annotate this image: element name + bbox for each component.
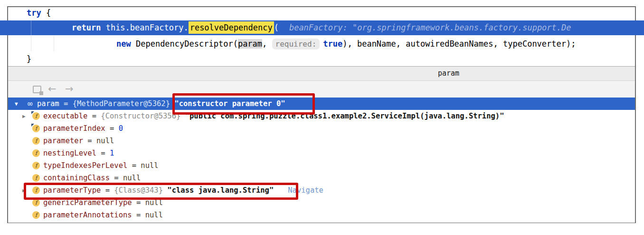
popup-header: param [8, 67, 635, 81]
code-keyword-token: try [27, 8, 41, 18]
code-token: this.beanFactory. [101, 23, 188, 32]
primitive-value: 1 [110, 149, 114, 157]
code-token: { [41, 8, 51, 18]
expand-arrow-icon[interactable]: ▶ [22, 113, 32, 119]
equals-separator: = [83, 137, 96, 145]
primitive-value: null [141, 161, 158, 170]
tree-row-parameterAnnotations[interactable]: fparameterAnnotations = null [8, 209, 635, 221]
field-icon: f [32, 112, 40, 120]
annotation-box-constructor-parameter [172, 93, 315, 115]
equals-separator: = [59, 99, 73, 108]
tree-row-nestingLevel[interactable]: fnestingLevel = 1 [8, 147, 635, 159]
watch-icon: ∞ [25, 99, 36, 108]
evaluated-token: param [238, 39, 262, 49]
equals-separator: = [105, 124, 119, 133]
tree-row-parameterNameDiscoverer[interactable]: fparameterNameDiscoverer = null [8, 221, 635, 223]
code-keyword-token: new [116, 39, 131, 49]
inspect-icon[interactable] [33, 86, 41, 93]
screenshot-root: try {return this.beanFactory.resolveDepe… [0, 0, 644, 235]
highlighted-method-token: resolveDependency [189, 21, 274, 34]
code-token: ), beanName, autowiredBeanNames, typeCon… [342, 39, 576, 49]
variable-name: parameterIndex [43, 124, 105, 133]
field-icon: f [32, 174, 40, 182]
code-keyword-token: true [323, 39, 342, 49]
forward-arrow-icon[interactable]: → [65, 82, 74, 97]
code-token: } [27, 54, 31, 64]
code-token: DependencyDescriptor( [131, 39, 238, 49]
variables-tree: ▼∞param = {MethodParameter@5362} "constr… [8, 98, 635, 223]
code-line[interactable]: new DependencyDescriptor(param, required… [116, 37, 576, 51]
field-icon: f [32, 125, 40, 132]
popup-toolbar: ← → [8, 81, 635, 98]
object-type-ref: {MethodParameter@5362} [73, 99, 175, 108]
field-icon: f [32, 199, 40, 206]
execution-line-highlight: return this.beanFactory.resolveDependenc… [0, 20, 644, 35]
variable-name: executable [43, 112, 87, 120]
inline-parameter-hint: beanFactory: "org.springframework.beans.… [289, 23, 571, 32]
equals-separator: = [132, 211, 145, 219]
annotation-box-parameter-type [24, 183, 298, 200]
code-line[interactable]: try { [27, 6, 51, 20]
field-icon: f [32, 149, 40, 157]
expand-arrow-icon[interactable]: ▼ [15, 101, 25, 107]
code-token: ( [274, 23, 279, 32]
field-icon: f [32, 211, 40, 219]
code-editor: try {return this.beanFactory.resolveDepe… [0, 0, 644, 66]
tree-row-param[interactable]: ▼∞param = {MethodParameter@5362} "constr… [8, 98, 635, 110]
tree-row-parameterIndex[interactable]: fparameterIndex = 0 [8, 122, 635, 135]
equals-separator: = [96, 149, 110, 157]
variable-name: typeIndexesPerLevel [43, 161, 127, 170]
equals-separator: = [110, 174, 123, 182]
variable-name: containingClass [43, 174, 110, 182]
tree-row-typeIndexesPerLevel[interactable]: ftypeIndexesPerLevel = null [8, 159, 635, 172]
variable-name: param [37, 99, 59, 108]
code-token: , [262, 39, 272, 49]
popup-title: param [438, 67, 459, 80]
indent-guide [31, 36, 31, 51]
variable-name: parameter [43, 137, 83, 145]
primitive-value: null [96, 137, 114, 145]
back-arrow-icon[interactable]: ← [48, 82, 57, 97]
field-icon: f [32, 162, 40, 169]
equals-separator: = [127, 161, 141, 170]
indent-guide [54, 36, 54, 51]
primitive-value: 0 [119, 124, 123, 133]
code-line[interactable]: } [27, 52, 31, 66]
tree-row-executable[interactable]: ▶fexecutable = {Constructor@5356} "publi… [8, 110, 635, 122]
code-keyword-token: return [72, 23, 101, 32]
variable-name: parameterAnnotations [43, 211, 132, 219]
field-icon: f [32, 137, 40, 145]
primitive-value: null [123, 174, 141, 182]
tree-row-parameter[interactable]: fparameter = null [8, 135, 635, 147]
parameter-hint-chip: required: [272, 39, 320, 49]
variable-name: nestingLevel [43, 149, 96, 157]
code-line[interactable]: return this.beanFactory.resolveDependenc… [72, 20, 571, 35]
equals-separator: = [87, 112, 101, 120]
primitive-value: null [145, 211, 163, 219]
gutter-separator [31, 20, 31, 35]
